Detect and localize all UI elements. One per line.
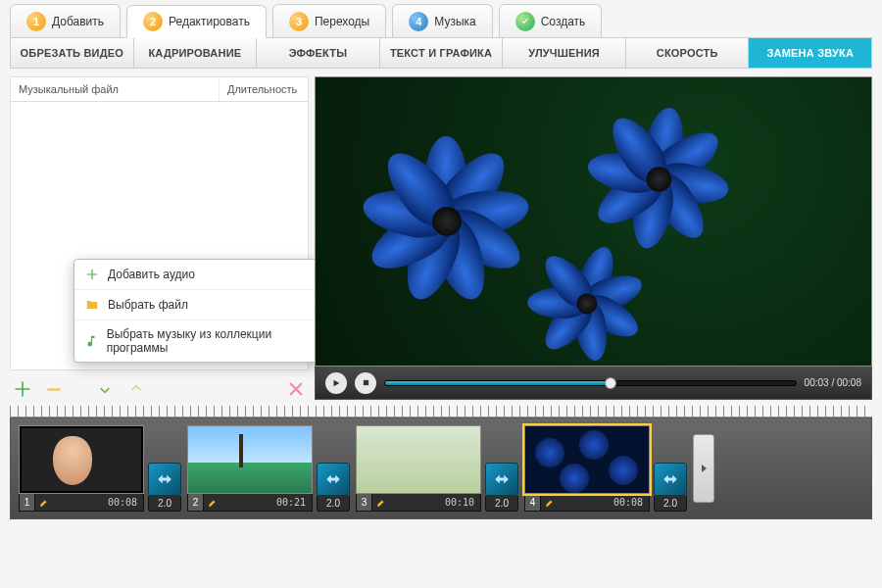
stop-icon xyxy=(362,378,370,387)
check-icon xyxy=(519,16,531,27)
tab-effects[interactable]: ЭФФЕКТЫ xyxy=(257,38,380,68)
menu-choose-file[interactable]: Выбрать файл xyxy=(74,290,327,320)
plus-icon xyxy=(84,267,100,282)
menu-label: Добавить аудио xyxy=(108,268,195,281)
clip-info-bar: 2 00:21 xyxy=(187,494,313,512)
delete-icon xyxy=(287,380,305,398)
tab-enhance[interactable]: УЛУЧШЕНИЯ xyxy=(503,38,626,68)
timeline-area: 1 00:08 2.0 xyxy=(10,406,872,519)
chevron-right-icon xyxy=(698,463,710,474)
step-badge-1: 1 xyxy=(26,12,46,31)
audio-list-header: Музыкальный файл Длительность xyxy=(10,76,309,101)
menu-add-audio[interactable]: Добавить аудио xyxy=(74,260,327,290)
transition-duration: 2.0 xyxy=(485,496,518,512)
transition-duration: 2.0 xyxy=(654,496,687,512)
col-file: Музыкальный файл xyxy=(11,77,220,101)
transition-block[interactable]: 2.0 xyxy=(485,463,518,512)
timeline-scroll-right[interactable] xyxy=(693,434,714,503)
transition-block[interactable]: 2.0 xyxy=(654,463,687,512)
clip-thumbnail[interactable] xyxy=(524,425,650,494)
seek-thumb[interactable] xyxy=(605,377,616,389)
wizard-tabs: 1 Добавить 2 Редактировать 3 Переходы 4 … xyxy=(10,4,872,37)
tool-tabs: ОБРЕЗАТЬ ВИДЕО КАДРИРОВАНИЕ ЭФФЕКТЫ ТЕКС… xyxy=(10,37,872,69)
clip-duration: 00:08 xyxy=(559,497,649,508)
clip-duration: 00:21 xyxy=(221,497,312,508)
transition-duration: 2.0 xyxy=(148,496,181,512)
clip-number: 2 xyxy=(188,494,204,511)
timeline[interactable]: 1 00:08 2.0 xyxy=(10,417,872,519)
arrow-down-icon xyxy=(96,380,114,398)
wizard-step-create[interactable]: Создать xyxy=(499,4,603,37)
wizard-step-add[interactable]: 1 Добавить xyxy=(10,4,121,37)
audio-panel: Музыкальный файл Длительность Добавить а… xyxy=(10,76,309,400)
clip-thumbnail[interactable] xyxy=(187,425,313,494)
time-display: 00:03 / 00:08 xyxy=(805,377,861,388)
transition-block[interactable]: 2.0 xyxy=(148,463,181,512)
transition-block[interactable]: 2.0 xyxy=(317,463,350,512)
preview-image xyxy=(315,76,872,367)
clip-duration: 00:08 xyxy=(53,497,143,508)
clip-info-bar: 3 00:10 xyxy=(356,494,481,512)
timeline-clip[interactable]: 1 00:08 2.0 xyxy=(19,425,181,512)
pencil-icon[interactable] xyxy=(35,498,53,508)
clip-number: 3 xyxy=(357,494,372,511)
wizard-label: Создать xyxy=(541,15,586,28)
arrow-up-icon xyxy=(127,380,145,398)
music-note-icon xyxy=(84,333,99,349)
timeline-clip-selected[interactable]: 4 00:08 2.0 xyxy=(524,425,687,512)
transition-icon xyxy=(485,463,518,496)
seek-progress xyxy=(385,381,611,385)
app-root: 1 Добавить 2 Редактировать 3 Переходы 4 … xyxy=(0,0,882,588)
move-up-button[interactable] xyxy=(125,378,147,400)
menu-choose-library[interactable]: Выбрать музыку из коллекции программы xyxy=(74,320,327,362)
wizard-label: Музыка xyxy=(434,15,475,28)
seek-bar[interactable] xyxy=(384,380,797,386)
wizard-step-edit[interactable]: 2 Редактировать xyxy=(126,5,267,38)
tab-crop[interactable]: КАДРИРОВАНИЕ xyxy=(134,38,258,68)
delete-button[interactable] xyxy=(285,378,307,400)
transition-icon xyxy=(654,463,687,496)
audio-toolbar xyxy=(10,370,309,400)
svg-rect-0 xyxy=(47,388,60,391)
transition-duration: 2.0 xyxy=(317,496,350,512)
transition-icon xyxy=(317,463,350,496)
tab-trim[interactable]: ОБРЕЗАТЬ ВИДЕО xyxy=(11,38,134,68)
folder-icon xyxy=(84,297,100,313)
transition-icon xyxy=(148,463,181,496)
minus-icon xyxy=(44,379,64,399)
player-controls: 00:03 / 00:08 xyxy=(315,367,872,400)
preview-panel: 00:03 / 00:08 xyxy=(315,76,872,400)
timeline-clip[interactable]: 2 00:21 2.0 xyxy=(187,425,350,512)
pencil-icon[interactable] xyxy=(372,498,390,508)
plus-icon xyxy=(13,379,32,399)
main-area: Музыкальный файл Длительность Добавить а… xyxy=(10,76,872,400)
menu-label: Выбрать музыку из коллекции программы xyxy=(107,327,318,355)
timeline-ruler xyxy=(10,406,872,417)
move-down-button[interactable] xyxy=(94,378,116,400)
audio-list-body: Добавить аудио Выбрать файл Выбрать музы… xyxy=(10,101,309,370)
wizard-step-transitions[interactable]: 3 Переходы xyxy=(272,4,386,37)
stop-button[interactable] xyxy=(355,372,376,394)
clip-duration: 00:10 xyxy=(390,497,480,508)
wizard-step-music[interactable]: 4 Музыка xyxy=(392,4,492,37)
clip-thumbnail[interactable] xyxy=(19,425,144,494)
add-audio-menu: Добавить аудио Выбрать файл Выбрать музы… xyxy=(74,259,328,363)
pencil-icon[interactable] xyxy=(204,498,221,508)
clip-number: 4 xyxy=(525,494,541,511)
step-badge-check xyxy=(515,12,535,31)
wizard-label: Редактировать xyxy=(169,15,250,28)
clip-thumbnail[interactable] xyxy=(356,425,481,494)
step-badge-4: 4 xyxy=(409,12,428,31)
pencil-icon[interactable] xyxy=(541,498,559,508)
play-icon xyxy=(331,378,341,388)
tab-text[interactable]: ТЕКСТ И ГРАФИКА xyxy=(380,38,504,68)
timeline-clip[interactable]: 3 00:10 2.0 xyxy=(356,425,518,512)
step-badge-2: 2 xyxy=(143,12,163,31)
play-button[interactable] xyxy=(325,372,347,394)
add-button[interactable] xyxy=(12,378,33,400)
menu-label: Выбрать файл xyxy=(108,298,188,312)
tab-replace-audio[interactable]: ЗАМЕНА ЗВУКА xyxy=(749,38,871,68)
tab-speed[interactable]: СКОРОСТЬ xyxy=(626,38,750,68)
clip-info-bar: 4 00:08 xyxy=(524,494,650,512)
remove-button[interactable] xyxy=(43,378,65,400)
